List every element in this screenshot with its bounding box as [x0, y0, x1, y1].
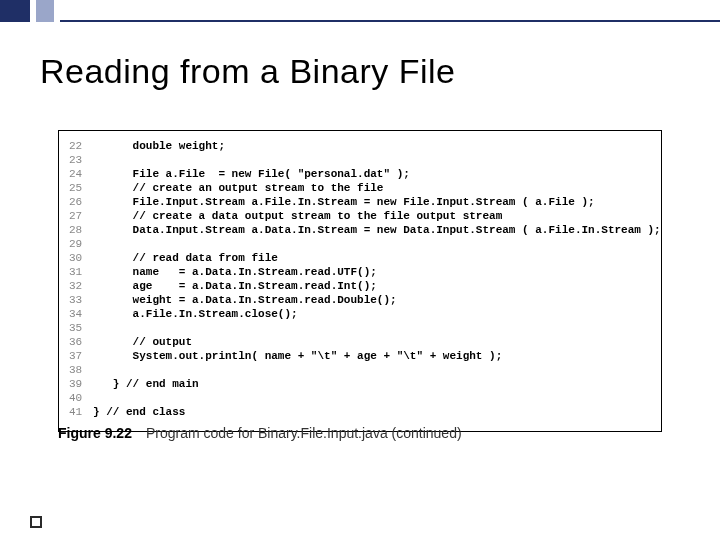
code-line: 35 [69, 321, 651, 335]
line-number: 22 [69, 139, 93, 153]
code-text: Data.Input.Stream a.Data.In.Stream = new… [93, 223, 661, 237]
code-line: 25 // create an output stream to the fil… [69, 181, 651, 195]
code-text: } // end class [93, 405, 185, 419]
code-line: 39 } // end main [69, 377, 651, 391]
slide-title: Reading from a Binary File [40, 52, 456, 91]
code-text: // read data from file [93, 251, 278, 265]
decor-gap-2 [54, 0, 60, 22]
code-line: 23 [69, 153, 651, 167]
footer-bullet-icon [30, 516, 42, 528]
code-text: // output [93, 335, 192, 349]
line-number: 31 [69, 265, 93, 279]
code-line: 41} // end class [69, 405, 651, 419]
decor-rule [60, 20, 720, 22]
slide: Reading from a Binary File 22 double wei… [0, 0, 720, 540]
code-text: a.File.In.Stream.close(); [93, 307, 298, 321]
line-number: 38 [69, 363, 93, 377]
code-text: // create an output stream to the file [93, 181, 383, 195]
code-line: 29 [69, 237, 651, 251]
code-text: age = a.Data.In.Stream.read.Int(); [93, 279, 377, 293]
line-number: 27 [69, 209, 93, 223]
line-number: 34 [69, 307, 93, 321]
line-number: 28 [69, 223, 93, 237]
line-number: 25 [69, 181, 93, 195]
code-line: 37 System.out.println( name + "\t" + age… [69, 349, 651, 363]
code-line: 40 [69, 391, 651, 405]
code-line: 22 double weight; [69, 139, 651, 153]
line-number: 24 [69, 167, 93, 181]
code-text: // create a data output stream to the fi… [93, 209, 502, 223]
code-line: 31 name = a.Data.In.Stream.read.UTF(); [69, 265, 651, 279]
line-number: 39 [69, 377, 93, 391]
figure-label: Figure 9.22 [58, 425, 132, 441]
code-listing-box: 22 double weight; 23 24 File a.File = ne… [58, 130, 662, 432]
code-line: 34 a.File.In.Stream.close(); [69, 307, 651, 321]
line-number: 23 [69, 153, 93, 167]
figure-caption-text: Program code for Binary.File.Input.java … [146, 425, 462, 441]
code-text: } // end main [93, 377, 199, 391]
code-line: 36 // output [69, 335, 651, 349]
top-decor-bar [0, 0, 720, 24]
code-line: 38 [69, 363, 651, 377]
figure-caption: Figure 9.22Program code for Binary.File.… [58, 425, 462, 441]
line-number: 29 [69, 237, 93, 251]
line-number: 33 [69, 293, 93, 307]
line-number: 36 [69, 335, 93, 349]
code-line: 30 // read data from file [69, 251, 651, 265]
code-line: 33 weight = a.Data.In.Stream.read.Double… [69, 293, 651, 307]
code-line: 32 age = a.Data.In.Stream.read.Int(); [69, 279, 651, 293]
decor-block-dark [0, 0, 30, 22]
code-line: 27 // create a data output stream to the… [69, 209, 651, 223]
code-line: 24 File a.File = new File( "personal.dat… [69, 167, 651, 181]
code-text: File a.File = new File( "personal.dat" )… [93, 167, 410, 181]
line-number: 32 [69, 279, 93, 293]
line-number: 37 [69, 349, 93, 363]
code-text: System.out.println( name + "\t" + age + … [93, 349, 502, 363]
line-number: 41 [69, 405, 93, 419]
code-text: name = a.Data.In.Stream.read.UTF(); [93, 265, 377, 279]
line-number: 35 [69, 321, 93, 335]
line-number: 26 [69, 195, 93, 209]
line-number: 30 [69, 251, 93, 265]
decor-block-light [36, 0, 54, 22]
code-line: 26 File.Input.Stream a.File.In.Stream = … [69, 195, 651, 209]
code-text: double weight; [93, 139, 225, 153]
line-number: 40 [69, 391, 93, 405]
code-text: weight = a.Data.In.Stream.read.Double(); [93, 293, 397, 307]
code-line: 28 Data.Input.Stream a.Data.In.Stream = … [69, 223, 651, 237]
code-text: File.Input.Stream a.File.In.Stream = new… [93, 195, 595, 209]
